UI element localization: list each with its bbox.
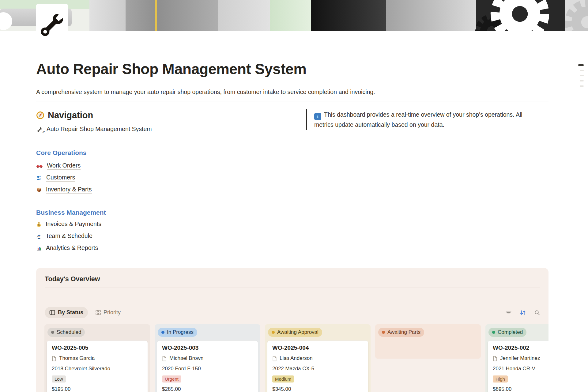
work-order-card[interactable]: WO-2025-003Michael Brown2020 Ford F-150U… — [157, 341, 258, 392]
board-column-awaiting-approval: Awaiting ApprovalWO-2025-004Lisa Anderso… — [265, 324, 371, 392]
info-callout: iThis dashboard provides a real-time ove… — [306, 109, 529, 130]
navigation-heading-label: Navigation — [48, 110, 93, 120]
tab-label: By Status — [58, 309, 83, 316]
sort-icon[interactable] — [520, 310, 526, 315]
card-amount: $285.00 — [162, 386, 253, 392]
status-badge-scheduled[interactable]: Scheduled — [47, 328, 85, 337]
nav-link-team-schedule[interactable]: Team & Schedule — [36, 232, 293, 240]
callout-text: This dashboard provides a real-time over… — [314, 111, 522, 128]
toc-bar[interactable] — [580, 70, 584, 71]
cover-panel — [157, 0, 218, 31]
nav-link-label: Inventory & Parts — [46, 186, 92, 194]
tab-priority[interactable]: Priority — [91, 307, 125, 318]
nav-link-customers[interactable]: Customers — [36, 174, 293, 182]
nav-link-label: Work Orders — [47, 162, 81, 170]
board-column-in-progress: In ProgressWO-2025-003Michael Brown2020 … — [155, 324, 260, 392]
card-title: WO-2025-003 — [162, 345, 253, 351]
status-badge-completed[interactable]: Completed — [488, 328, 526, 337]
page-icon-wrench[interactable] — [36, 4, 68, 49]
compass-icon — [36, 111, 44, 119]
card-vehicle: 2022 Mazda CX-5 — [272, 366, 363, 372]
card-amount: $345.00 — [272, 386, 363, 392]
toc-bar[interactable] — [578, 64, 584, 66]
table-of-contents[interactable] — [578, 64, 584, 87]
nav-link-work-orders[interactable]: Work Orders — [36, 162, 293, 170]
document-icon — [162, 356, 167, 361]
customer-link[interactable]: Michael Brown — [169, 355, 204, 362]
divider — [36, 101, 548, 101]
status-dot — [492, 331, 495, 334]
page-link-label: Auto Repair Shop Management System — [47, 126, 152, 133]
money-bag-icon: $ — [36, 221, 42, 227]
overview-divider — [45, 288, 540, 288]
nav-link-label: Customers — [46, 174, 75, 182]
notion-page: Auto Repair Shop Management System A com… — [0, 0, 588, 392]
card-amount: $195.00 — [52, 386, 143, 392]
toc-bar[interactable] — [580, 80, 584, 81]
nav-link-inventory-parts[interactable]: Inventory & Parts — [36, 186, 293, 194]
card-vehicle: 2020 Ford F-150 — [162, 366, 253, 372]
card-title: WO-2025-002 — [493, 345, 548, 351]
status-label: In Progress — [167, 329, 194, 335]
arrow-up-right-icon: ↗ — [42, 130, 45, 134]
info-icon: i — [314, 113, 321, 120]
wrench-link-icon: ↗ — [37, 126, 43, 133]
priority-tag: Medium — [272, 375, 294, 383]
gear-icon — [487, 0, 553, 31]
nav-link-label: Analytics & Reports — [46, 244, 98, 252]
filter-icon[interactable] — [506, 311, 511, 315]
card-title: WO-2025-005 — [52, 345, 143, 351]
grid-icon — [96, 310, 101, 315]
status-dot — [161, 331, 164, 334]
status-badge-awaiting-parts[interactable]: Awaiting Parts — [378, 328, 424, 337]
priority-tag: High — [493, 375, 508, 383]
search-icon[interactable] — [534, 310, 540, 315]
navigation-heading: Navigation — [36, 110, 293, 120]
nav-link-label: Invoices & Payments — [46, 221, 101, 228]
package-icon — [36, 187, 42, 193]
card-vehicle: 2021 Honda CR-V — [493, 366, 548, 372]
status-dot — [382, 331, 385, 334]
board-column-awaiting-parts: Awaiting Parts — [375, 324, 481, 359]
cover-panel — [386, 0, 476, 31]
navigation-column: Navigation ↗ Auto Repair Shop Management… — [36, 110, 293, 252]
bar-chart-icon — [36, 245, 42, 251]
nav-link-invoices-payments[interactable]: $Invoices & Payments — [36, 221, 293, 228]
toc-bar[interactable] — [580, 75, 584, 76]
customer-link[interactable]: Lisa Anderson — [280, 355, 313, 362]
priority-tag: Urgent — [162, 375, 181, 383]
nav-link-analytics-reports[interactable]: Analytics & Reports — [36, 244, 293, 252]
board-toolbar — [506, 310, 540, 315]
board-column-completed: CompletedWO-2025-002Jennifer Martinez202… — [485, 324, 548, 392]
status-label: Awaiting Parts — [387, 329, 420, 335]
status-label: Completed — [498, 329, 523, 335]
view-tab-row: By StatusPriority — [45, 307, 540, 318]
tab-by-status[interactable]: By Status — [45, 307, 88, 318]
customer-link[interactable]: Thomas Garcia — [59, 355, 95, 362]
card-customer-row: Jennifer Martinez — [493, 355, 548, 362]
board-column-scheduled: ScheduledWO-2025-005Thomas Garcia2018 Ch… — [44, 324, 150, 392]
status-badge-awaiting-approval[interactable]: Awaiting Approval — [268, 328, 322, 337]
cover-image — [0, 0, 588, 31]
work-order-card[interactable]: WO-2025-002Jennifer Martinez2021 Honda C… — [488, 341, 548, 392]
kanban-board: ScheduledWO-2025-005Thomas Garcia2018 Ch… — [44, 324, 548, 392]
customer-link[interactable]: Jennifer Martinez — [500, 355, 540, 362]
overview-title: Today's Overview — [36, 268, 548, 283]
page-title: Auto Repair Shop Management System — [36, 61, 307, 77]
card-customer-row: Thomas Garcia — [52, 355, 143, 362]
customers-icon — [36, 175, 42, 180]
svg-text:$: $ — [38, 224, 40, 227]
nav-link-label: Team & Schedule — [46, 232, 92, 240]
section-heading-business-management: Business Management — [36, 209, 293, 216]
page-link-auto-repair-shop[interactable]: ↗ Auto Repair Shop Management System — [37, 126, 152, 133]
divider — [36, 263, 548, 263]
work-order-card[interactable]: WO-2025-004Lisa Anderson2022 Mazda CX-5M… — [267, 341, 368, 392]
status-dot — [51, 331, 54, 334]
cover-panel — [311, 0, 386, 31]
toc-bar[interactable] — [580, 85, 584, 87]
document-icon — [493, 356, 497, 361]
card-amount: $895.00 — [493, 386, 548, 392]
work-order-card[interactable]: WO-2025-005Thomas Garcia2018 Chevrolet S… — [47, 341, 148, 392]
tab-label: Priority — [104, 309, 121, 316]
status-badge-in-progress[interactable]: In Progress — [158, 328, 197, 337]
